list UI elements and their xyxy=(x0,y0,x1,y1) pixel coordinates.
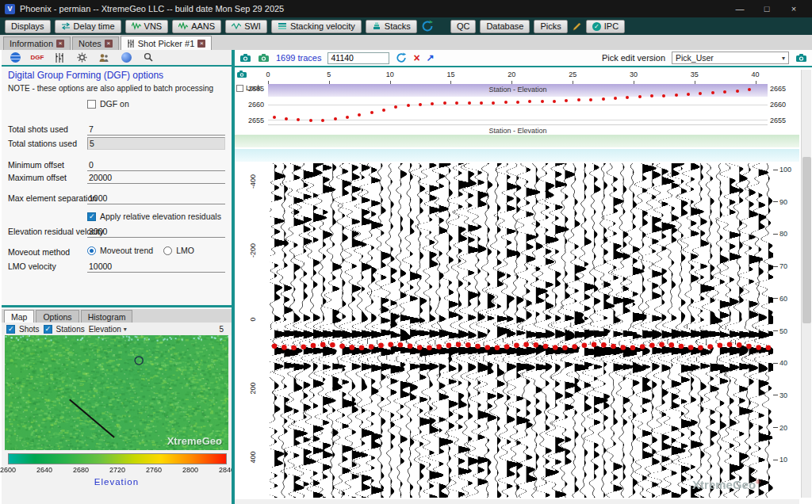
total-shots-input[interactable] xyxy=(87,123,225,136)
pencil-icon[interactable] xyxy=(572,21,582,32)
field-row: LMO velocity xyxy=(8,260,225,273)
camera-icon[interactable] xyxy=(239,53,251,63)
pick-version-dropdown[interactable]: Pick_User ▾ xyxy=(672,52,789,64)
tab-information[interactable]: Information × xyxy=(3,36,71,50)
seismic-offset-tick: -200 xyxy=(249,239,257,262)
tab-map[interactable]: Map xyxy=(4,310,34,323)
shots-checkbox[interactable] xyxy=(6,325,15,334)
stations-checkbox[interactable] xyxy=(44,325,52,334)
elevation-point xyxy=(309,119,312,122)
vertical-scrollbar[interactable] xyxy=(801,70,811,498)
waveform-icon xyxy=(132,22,141,30)
swi-button[interactable]: SWI xyxy=(225,20,267,33)
database-button[interactable]: Database xyxy=(480,20,530,33)
gridline xyxy=(268,105,768,105)
reload-icon[interactable] xyxy=(396,52,407,63)
display-globe-icon[interactable] xyxy=(8,52,22,64)
stacking-velocity-button[interactable]: Stacking velocity xyxy=(271,20,362,33)
tick-mark xyxy=(773,427,778,428)
elevation-point xyxy=(650,94,653,97)
elevation-xaxis-tick: 30 xyxy=(630,71,638,78)
elevation-point xyxy=(553,100,556,103)
tab-histogram[interactable]: Histogram xyxy=(81,310,133,323)
pick-edit-version-label: Pick edit version xyxy=(602,53,665,63)
dgf-on-checkbox[interactable] xyxy=(87,100,96,109)
tick-label: 60 xyxy=(779,295,787,303)
lmo-radio[interactable] xyxy=(163,246,172,255)
close-tab-icon[interactable]: × xyxy=(197,40,205,48)
max-element-separation-input[interactable] xyxy=(87,192,225,204)
refresh-icon[interactable] xyxy=(421,20,434,32)
qc-button[interactable]: QC xyxy=(450,20,477,33)
marker-size-value[interactable]: 5 xyxy=(219,325,227,334)
delay-time-button[interactable]: Delay time xyxy=(55,20,121,33)
elevation-profile-chart[interactable]: Station - Elevation xyxy=(268,84,768,125)
seismic-time-tick: 20 xyxy=(773,424,787,432)
field-row: Total shots used xyxy=(8,123,225,136)
gear-icon[interactable] xyxy=(75,52,89,64)
minimize-button[interactable]: — xyxy=(726,0,753,17)
close-tab-icon[interactable]: × xyxy=(56,40,64,48)
dgf-icon[interactable]: DGF xyxy=(30,52,44,64)
picks-button[interactable]: Picks xyxy=(534,20,567,33)
attribute-dropdown[interactable]: Elevation ▾ xyxy=(89,325,127,334)
colorbar-tick: 2720 xyxy=(109,466,125,474)
goto-arrow-icon[interactable]: ↗ xyxy=(427,52,435,63)
layers-icon xyxy=(278,22,287,30)
elevation-point xyxy=(468,101,471,105)
elevation-point xyxy=(614,97,617,100)
total-stations-input[interactable] xyxy=(87,137,225,150)
waveform-icon xyxy=(178,22,188,30)
elevation-point xyxy=(431,102,434,105)
elevation-point xyxy=(394,105,397,109)
elevation-yaxis-tick: 2660 xyxy=(770,101,786,109)
tick-label: 30 xyxy=(779,391,787,399)
stacks-button[interactable]: Stacks xyxy=(366,20,417,33)
sphere-icon[interactable] xyxy=(119,52,133,64)
elevation-point xyxy=(565,99,568,102)
elevation-point xyxy=(407,104,410,107)
tick-mark xyxy=(773,330,778,331)
elevation-yaxis-tick: 2660 xyxy=(248,101,264,109)
camera-icon[interactable] xyxy=(795,53,807,63)
search-icon[interactable] xyxy=(141,52,155,64)
tab-notes[interactable]: Notes × xyxy=(72,36,119,50)
tab-shot-picker[interactable]: Shot Picker #1 × xyxy=(121,36,213,50)
map-canvas[interactable] xyxy=(5,335,228,450)
traces-icon[interactable] xyxy=(52,52,67,64)
lmo-velocity-input[interactable] xyxy=(87,260,225,273)
tab-options[interactable]: Options xyxy=(36,310,79,323)
ipc-button[interactable]: ✓ IPC xyxy=(586,20,625,33)
maximum-offset-input[interactable] xyxy=(87,171,225,184)
elevation-point xyxy=(443,101,446,105)
elevation-xaxis-tick: 20 xyxy=(508,71,515,78)
displays-button[interactable]: Displays xyxy=(5,20,51,33)
close-button[interactable]: × xyxy=(780,0,807,17)
tick-mark xyxy=(773,170,778,170)
vns-button[interactable]: VNS xyxy=(125,20,169,33)
elevation-point xyxy=(297,118,300,121)
elevation-point xyxy=(662,94,665,97)
elevation-point xyxy=(675,94,678,97)
delete-icon[interactable]: × xyxy=(413,52,419,63)
chart-camera-icon[interactable] xyxy=(236,70,266,80)
close-tab-icon[interactable]: × xyxy=(105,40,113,48)
maximize-button[interactable]: □ xyxy=(753,0,780,17)
seismic-time-tick: 70 xyxy=(773,262,787,270)
moveout-trend-radio[interactable] xyxy=(87,246,96,255)
elevation-point xyxy=(455,101,458,105)
colorbar-tick: 2600 xyxy=(0,466,16,474)
elevation-residual-velocity-input[interactable] xyxy=(87,225,225,238)
seismic-trace-display[interactable] xyxy=(270,163,773,498)
horizontal-scrollbar[interactable] xyxy=(235,499,799,504)
stack-icon xyxy=(372,22,381,30)
aans-button[interactable]: AANS xyxy=(172,20,221,33)
people-icon[interactable] xyxy=(97,52,111,64)
minimum-offset-input[interactable] xyxy=(87,158,225,171)
shot-picker-panel: 1699 traces × ↗ Pick edit version Pick_U… xyxy=(235,50,812,504)
apply-residuals-checkbox[interactable] xyxy=(87,212,96,221)
moveout-options: Moveout trend LMO xyxy=(87,246,194,255)
scrollbar-thumb[interactable] xyxy=(802,157,811,323)
camera-plus-icon[interactable] xyxy=(258,53,270,63)
shot-number-input[interactable] xyxy=(327,52,389,64)
